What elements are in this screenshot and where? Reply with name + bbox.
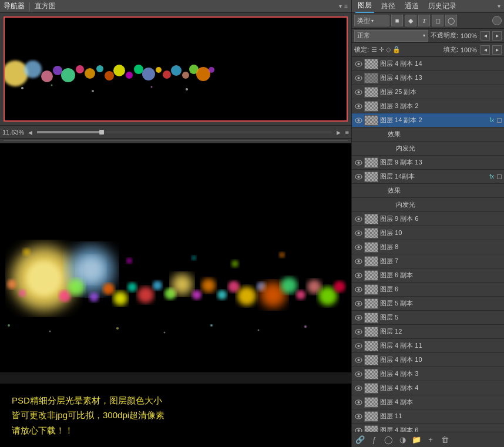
nav-zoom-out-icon[interactable]: ◂	[28, 127, 32, 137]
lock-checkerboard-icon[interactable]: ☰	[371, 46, 377, 53]
layer-item[interactable]: 图层 4 副本 6	[352, 424, 504, 432]
delete-layer-btn[interactable]: 🗑	[439, 434, 451, 446]
svg-point-8	[96, 65, 103, 72]
lock-label: 锁定:	[354, 45, 369, 54]
layer-visibility-icon[interactable]	[354, 314, 362, 322]
layer-visibility-icon[interactable]	[354, 229, 362, 237]
layer-visibility-icon[interactable]	[354, 60, 362, 68]
lock-move-icon[interactable]: ✛	[379, 46, 384, 53]
layer-filter-adjust-btn[interactable]: ◆	[405, 15, 416, 26]
layer-item[interactable]: 图层 4 副本 11	[352, 339, 504, 353]
layer-visibility-icon[interactable]	[371, 201, 378, 209]
layer-name-label: 图层 11	[380, 412, 502, 421]
layer-item[interactable]: 内发光	[352, 198, 504, 212]
layer-item[interactable]: 图层 9 副本 13	[352, 156, 504, 170]
layer-visibility-icon[interactable]	[354, 342, 362, 350]
layers-panel-footer: 🔗 ƒ ◯ ◑ 📁 + 🗑	[352, 432, 504, 447]
layer-item[interactable]: 图层 4 副本 3	[352, 367, 504, 381]
layer-visibility-icon[interactable]	[354, 398, 362, 406]
layer-visibility-icon[interactable]	[354, 356, 362, 364]
layer-item[interactable]: 图层 4 副本 4	[352, 381, 504, 395]
layer-item[interactable]: 图层 25 副本	[352, 85, 504, 99]
layer-visibility-icon[interactable]	[354, 102, 362, 110]
svg-point-93	[357, 303, 359, 305]
lock-artboard-icon[interactable]: ◇	[386, 46, 391, 53]
layer-name-label: 图层 10	[380, 228, 502, 237]
svg-point-99	[357, 345, 359, 347]
layer-item[interactable]: 图层 5	[352, 311, 504, 325]
layer-visibility-icon[interactable]	[354, 271, 362, 280]
layer-type-select[interactable]: 类型 ▾	[354, 15, 389, 26]
nav-minimize-icon[interactable]: ▾	[339, 3, 342, 9]
layer-visibility-icon[interactable]	[354, 88, 362, 96]
tab-channels[interactable]: 通道	[402, 0, 421, 12]
panel-collapse-btn[interactable]: ▾	[498, 3, 500, 9]
layer-visibility-icon[interactable]	[354, 257, 362, 265]
tab-history[interactable]: 历史记录	[426, 0, 459, 12]
layer-visibility-icon[interactable]	[354, 426, 362, 432]
add-group-btn[interactable]: 📁	[411, 434, 422, 446]
add-layer-btn[interactable]: +	[425, 434, 436, 446]
layer-item[interactable]: 效果	[352, 127, 504, 142]
layer-item[interactable]: 图层 12	[352, 325, 504, 339]
layer-item[interactable]: 图层 4 副本 14	[352, 57, 504, 71]
lock-all-icon[interactable]: 🔒	[392, 46, 401, 53]
fill-increase-btn[interactable]: ▸	[492, 45, 502, 55]
layer-visibility-icon[interactable]	[354, 243, 362, 251]
layer-item[interactable]: 图层 7	[352, 254, 504, 268]
layer-visibility-icon[interactable]	[354, 173, 362, 181]
layer-item[interactable]: 图层 9 副本 6	[352, 212, 504, 226]
layer-visibility-icon[interactable]	[354, 74, 362, 82]
layer-item[interactable]: 图层 10	[352, 226, 504, 240]
nav-zoom-slider[interactable]	[37, 131, 332, 133]
fill-decrease-btn[interactable]: ◂	[481, 45, 490, 55]
layer-visibility-icon[interactable]	[362, 130, 370, 139]
blend-mode-select[interactable]: 正常 ▾	[354, 30, 428, 42]
layer-visibility-icon[interactable]	[371, 144, 378, 153]
nav-extra-icon[interactable]: ≡	[345, 129, 349, 136]
layer-visibility-icon[interactable]	[354, 285, 362, 294]
tab-paths[interactable]: 路径	[379, 0, 398, 12]
layer-filter-pixel-btn[interactable]: ■	[391, 15, 403, 26]
svg-point-95	[357, 317, 359, 319]
svg-point-53	[23, 248, 30, 256]
layer-item[interactable]: 图层 5 副本	[352, 297, 504, 311]
nav-tab-histogram[interactable]: 直方图	[35, 1, 56, 11]
layer-item[interactable]: 图层 3 副本 2	[352, 99, 504, 113]
add-style-btn[interactable]: ƒ	[368, 434, 380, 446]
layer-filter-smart-btn[interactable]: ◯	[445, 15, 457, 26]
nav-menu-icon[interactable]: ≡	[344, 3, 348, 9]
layer-item[interactable]: 效果	[352, 184, 504, 198]
lock-row: 锁定: ☰ ✛ ◇ 🔒 填充: 100% ◂ ▸	[352, 43, 504, 57]
layer-item[interactable]: 图层 14副本fx	[352, 170, 504, 184]
tab-layers[interactable]: 图层	[355, 0, 374, 13]
add-adjustment-btn[interactable]: ◑	[397, 434, 408, 446]
layer-visibility-icon[interactable]	[354, 215, 362, 223]
opacity-increase-btn[interactable]: ▸	[492, 31, 502, 41]
layer-visibility-icon[interactable]	[354, 384, 362, 392]
nav-tab-navigator[interactable]: 导航器	[4, 1, 25, 11]
layer-item[interactable]: 图层 6 副本	[352, 268, 504, 283]
layer-visibility-icon[interactable]	[354, 370, 362, 378]
layer-item[interactable]: 图层 4 副本	[352, 395, 504, 409]
layer-visibility-icon[interactable]	[354, 328, 362, 336]
layer-visibility-icon[interactable]	[354, 300, 362, 308]
layer-item[interactable]: 内发光	[352, 142, 504, 156]
layer-filter-shape-btn[interactable]: ◻	[432, 15, 443, 26]
layer-visibility-icon[interactable]	[354, 412, 362, 421]
layer-visibility-icon[interactable]	[362, 187, 370, 195]
link-layers-btn[interactable]: 🔗	[354, 434, 366, 446]
layer-item[interactable]: 图层 4 副本 13	[352, 71, 504, 85]
layer-filter-toggle[interactable]	[492, 16, 502, 25]
layer-item[interactable]: 图层 11	[352, 409, 504, 424]
add-mask-btn[interactable]: ◯	[382, 434, 394, 446]
layer-item[interactable]: 图层 8	[352, 240, 504, 254]
nav-zoom-in-icon[interactable]: ▸	[337, 127, 341, 137]
layer-item[interactable]: 图层 6	[352, 283, 504, 297]
layer-item[interactable]: 图层 14 副本 2fx	[352, 113, 504, 127]
opacity-decrease-btn[interactable]: ◂	[481, 31, 490, 41]
layer-visibility-icon[interactable]	[354, 159, 362, 167]
layer-visibility-icon[interactable]	[354, 116, 362, 125]
layer-filter-text-btn[interactable]: T	[418, 15, 430, 26]
layer-item[interactable]: 图层 4 副本 10	[352, 353, 504, 367]
